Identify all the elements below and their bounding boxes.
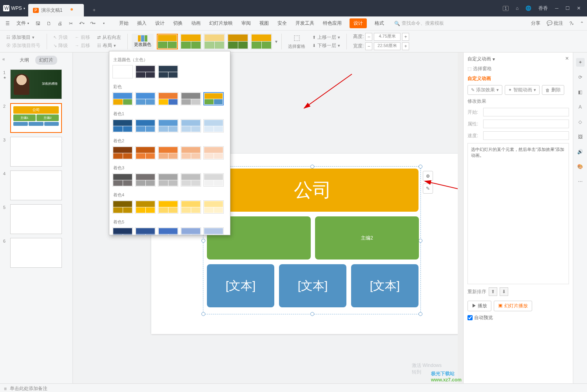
select-pane-icon[interactable]: ⬚: [294, 33, 300, 42]
badge-one[interactable]: 1: [503, 6, 509, 11]
color-swatch[interactable]: [135, 119, 156, 132]
maximize-button[interactable]: ☐: [565, 5, 570, 11]
transition-icon[interactable]: ⟳: [576, 73, 585, 82]
color-swatch[interactable]: [112, 173, 133, 187]
color-swatch[interactable]: [135, 65, 156, 78]
color-swatch[interactable]: [135, 200, 156, 214]
demote-button[interactable]: ↘ 降级: [53, 42, 68, 49]
new-tab-button[interactable]: +: [89, 5, 100, 16]
color-swatch[interactable]: [112, 200, 133, 214]
style-swatch-1[interactable]: [180, 34, 201, 49]
width-input[interactable]: 22.58厘米: [374, 42, 400, 50]
sa-text-2[interactable]: [文本]: [279, 264, 346, 307]
color-swatch[interactable]: [203, 119, 224, 132]
color-swatch[interactable]: [181, 92, 201, 105]
menu-视图[interactable]: 视图: [259, 18, 270, 28]
notes-bar[interactable]: ≡ 单击此处添加备注: [0, 383, 587, 392]
anim-pane-icon[interactable]: ✦: [576, 58, 585, 67]
auto-preview-checkbox[interactable]: 自动预览: [467, 314, 569, 321]
color-swatch[interactable]: [158, 92, 178, 105]
color-swatch[interactable]: [181, 173, 201, 187]
sa-box-right[interactable]: 主编2: [315, 216, 419, 260]
style-swatch-0[interactable]: [157, 34, 178, 49]
style-swatch-4[interactable]: [251, 34, 272, 49]
menu-格式[interactable]: 格式: [374, 18, 385, 28]
send-backward-button[interactable]: ⬇ 下移一层 ▾: [312, 42, 340, 49]
backward-button[interactable]: → 后移: [75, 42, 90, 49]
collapse-thumbs-icon[interactable]: «: [2, 56, 5, 62]
color-swatch[interactable]: [203, 173, 224, 187]
cut-icon[interactable]: ✂: [67, 19, 75, 28]
color-swatch[interactable]: [135, 146, 156, 160]
color-swatch[interactable]: [181, 200, 201, 214]
slides-tab[interactable]: 幻灯片: [35, 56, 57, 65]
print-preview-icon[interactable]: 🗋: [45, 19, 53, 28]
more-icon[interactable]: ⋯: [576, 177, 585, 186]
user-label[interactable]: 香香: [538, 5, 548, 12]
close-pane-icon[interactable]: ✕: [565, 56, 569, 61]
overflow-icon[interactable]: ▾: [100, 19, 108, 28]
edit-icon[interactable]: ⊕: [423, 171, 433, 181]
search-box[interactable]: 🔍 查找命令、搜索模板: [394, 20, 444, 27]
color-swatch[interactable]: [203, 146, 224, 160]
text-icon[interactable]: A: [576, 103, 585, 111]
slideshow-button[interactable]: ▣ 幻灯片播放: [494, 301, 532, 311]
audio-icon[interactable]: 🔊: [576, 147, 585, 156]
color-swatch[interactable]: [203, 92, 224, 105]
menu-插入[interactable]: 插入: [136, 18, 147, 28]
document-tab[interactable]: P 演示文稿1: [28, 4, 84, 16]
thumbnail-4[interactable]: [10, 171, 62, 200]
menu-安全[interactable]: 安全: [277, 18, 288, 28]
color-swatch[interactable]: [181, 227, 201, 235]
height-minus[interactable]: −: [365, 33, 372, 41]
minimize-button[interactable]: ─: [555, 5, 558, 11]
sa-box-top[interactable]: 公司: [207, 169, 419, 212]
thumbnail-3[interactable]: [10, 137, 62, 167]
start-select[interactable]: [483, 108, 569, 116]
redo-icon[interactable]: ↷▾: [89, 19, 97, 28]
style-swatch-3[interactable]: [227, 34, 248, 49]
speed-select[interactable]: [483, 131, 569, 140]
smartart-graphic[interactable]: 公司 主编2 [文本] [文本] [文本]: [205, 165, 422, 314]
save-icon[interactable]: 🖫: [34, 19, 42, 28]
bring-forward-button[interactable]: ⬆ 上移一层 ▾: [312, 34, 340, 41]
thumbnail-2[interactable]: 公司主编1主编2: [10, 103, 62, 133]
file-menu[interactable]: 文件▾: [14, 18, 31, 28]
color-swatch[interactable]: [158, 200, 178, 214]
select-pane-button[interactable]: 选择窗格: [288, 44, 305, 49]
menu-icon[interactable]: ☰: [3, 19, 12, 28]
height-plus[interactable]: +: [402, 33, 409, 41]
color-swatch[interactable]: [135, 227, 156, 235]
undo-icon[interactable]: ↶▾: [78, 19, 86, 28]
picture-icon[interactable]: 🖼: [576, 132, 585, 141]
canvas-scroll-v[interactable]: [458, 53, 463, 383]
color-swatch[interactable]: [203, 200, 224, 214]
play-button[interactable]: ▶ 播放: [467, 301, 491, 311]
pencil-icon[interactable]: ✎: [423, 183, 433, 194]
thumbnail-5[interactable]: [10, 204, 62, 234]
color-swatch[interactable]: [135, 173, 156, 187]
color-swatch[interactable]: [158, 65, 178, 78]
color-swatch[interactable]: [158, 227, 178, 235]
menu-幻灯片放映[interactable]: 幻灯片放映: [208, 18, 234, 28]
style-more-icon[interactable]: ▾: [275, 39, 277, 44]
collapse-icon[interactable]: ⌃: [580, 21, 584, 26]
width-minus[interactable]: −: [365, 42, 372, 50]
delete-button[interactable]: 🗑 删除: [542, 85, 564, 95]
menu-设计[interactable]: 设计: [154, 18, 165, 28]
reorder-down[interactable]: ⬇: [500, 287, 508, 296]
prop-select[interactable]: [483, 120, 569, 128]
sa-text-3[interactable]: [文本]: [351, 264, 419, 307]
height-input[interactable]: 4.75厘米: [374, 33, 400, 41]
thumbnail-6[interactable]: [10, 238, 62, 268]
color-icon[interactable]: 🎨: [576, 162, 585, 171]
color-swatch[interactable]: [158, 146, 178, 160]
globe-icon[interactable]: 🌐: [525, 5, 531, 11]
menu-切换[interactable]: 切换: [172, 18, 183, 28]
forward-button[interactable]: ← 前移: [75, 34, 90, 41]
color-swatch[interactable]: [112, 92, 133, 105]
format-icon[interactable]: ◧: [576, 88, 585, 96]
smart-anim-button[interactable]: ✦ 智能动画 ▾: [505, 85, 540, 95]
add-item-button[interactable]: ☷ 添加项目 ▾: [6, 34, 40, 41]
color-swatch[interactable]: [158, 173, 178, 187]
